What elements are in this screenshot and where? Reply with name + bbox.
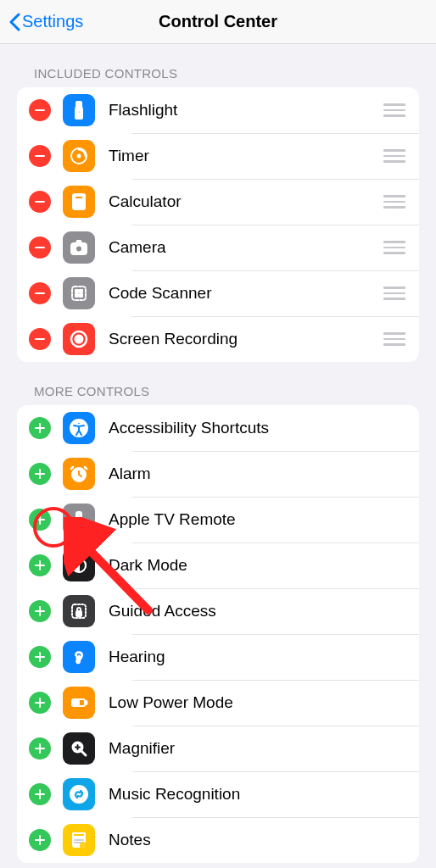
control-row: Camera xyxy=(17,225,419,270)
svg-rect-21 xyxy=(80,294,82,297)
control-row: Magnifier xyxy=(17,726,419,771)
svg-point-1 xyxy=(78,111,81,114)
control-label: Dark Mode xyxy=(109,556,409,575)
control-label: Low Power Mode xyxy=(109,693,409,712)
battery-icon xyxy=(63,687,95,719)
reorder-handle[interactable] xyxy=(383,149,409,163)
section-header-more: MORE CONTROLS xyxy=(0,362,436,405)
tvremote-icon xyxy=(63,504,95,536)
control-label: Guided Access xyxy=(109,602,409,620)
reorder-handle[interactable] xyxy=(383,241,409,254)
camera-icon xyxy=(63,231,95,264)
back-label: Settings xyxy=(22,12,83,31)
svg-rect-31 xyxy=(78,523,81,524)
magnifier-icon xyxy=(63,732,95,765)
lock-icon xyxy=(63,595,95,627)
ear-icon xyxy=(63,641,95,673)
svg-point-39 xyxy=(70,786,87,803)
remove-button[interactable] xyxy=(29,328,51,350)
more-controls-list: Accessibility ShortcutsAlarmApple TV Rem… xyxy=(17,405,419,863)
add-button[interactable] xyxy=(29,829,51,851)
svg-point-8 xyxy=(81,201,83,203)
svg-point-7 xyxy=(78,201,80,203)
svg-point-28 xyxy=(78,515,81,517)
svg-point-11 xyxy=(81,204,83,206)
remove-button[interactable] xyxy=(29,282,51,304)
control-row: Screen Recording xyxy=(17,316,419,362)
control-label: Flashlight xyxy=(109,101,383,120)
add-button[interactable] xyxy=(29,554,51,576)
timer-icon xyxy=(63,140,95,172)
add-button[interactable] xyxy=(29,646,51,668)
remove-button[interactable] xyxy=(29,236,51,259)
shazam-icon xyxy=(63,778,95,810)
reorder-handle[interactable] xyxy=(383,195,409,209)
svg-point-12 xyxy=(75,207,77,209)
svg-rect-18 xyxy=(75,290,78,292)
reorder-handle[interactable] xyxy=(383,103,409,117)
add-button[interactable] xyxy=(29,600,51,622)
chevron-left-icon xyxy=(8,13,20,31)
control-label: Alarm xyxy=(109,465,409,483)
control-row: Hearing xyxy=(17,634,419,680)
record-icon xyxy=(63,323,95,355)
svg-point-14 xyxy=(81,207,83,209)
remove-button[interactable] xyxy=(29,191,51,213)
control-row: Code Scanner xyxy=(17,270,419,316)
navbar: Settings Control Center xyxy=(0,0,436,44)
svg-point-13 xyxy=(78,207,80,209)
add-button[interactable] xyxy=(29,692,51,714)
section-header-included: INCLUDED CONTROLS xyxy=(0,44,436,87)
svg-point-10 xyxy=(78,204,80,206)
alarm-icon xyxy=(63,458,95,490)
control-label: Notes xyxy=(109,831,409,849)
accessibility-icon xyxy=(63,412,95,444)
control-label: Magnifier xyxy=(109,739,409,758)
control-label: Music Recognition xyxy=(109,785,409,804)
control-row: Accessibility Shortcuts xyxy=(17,405,419,451)
flashlight-icon xyxy=(63,94,95,126)
control-label: Timer xyxy=(109,147,383,165)
svg-point-16 xyxy=(75,246,82,253)
svg-rect-37 xyxy=(74,701,79,704)
control-row: Alarm xyxy=(17,451,419,497)
add-button[interactable] xyxy=(29,783,51,805)
control-label: Accessibility Shortcuts xyxy=(109,419,409,437)
remove-button[interactable] xyxy=(29,145,51,167)
control-label: Apple TV Remote xyxy=(109,510,409,529)
qrcode-icon xyxy=(63,277,95,309)
svg-rect-30 xyxy=(78,521,81,522)
svg-point-6 xyxy=(75,201,77,203)
reorder-handle[interactable] xyxy=(383,287,409,300)
add-button[interactable] xyxy=(29,463,51,485)
control-row: Calculator xyxy=(17,179,419,225)
control-row: Apple TV Remote xyxy=(17,497,419,542)
darkmode-icon xyxy=(63,549,95,581)
control-label: Screen Recording xyxy=(109,330,383,348)
svg-rect-5 xyxy=(75,196,83,199)
svg-rect-41 xyxy=(73,833,85,837)
remove-button[interactable] xyxy=(29,99,51,121)
control-row: Music Recognition xyxy=(17,771,419,817)
svg-point-23 xyxy=(75,336,83,343)
control-row: Timer xyxy=(17,133,419,179)
add-button[interactable] xyxy=(29,737,51,760)
svg-rect-19 xyxy=(80,290,82,292)
add-button[interactable] xyxy=(29,417,51,439)
svg-rect-36 xyxy=(86,701,87,704)
control-label: Code Scanner xyxy=(109,284,383,303)
page-title: Control Center xyxy=(159,12,277,31)
included-controls-list: FlashlightTimerCalculatorCameraCode Scan… xyxy=(17,87,419,362)
control-row: Guided Access xyxy=(17,588,419,634)
reorder-handle[interactable] xyxy=(383,332,409,346)
control-label: Camera xyxy=(109,238,383,257)
svg-point-9 xyxy=(75,204,77,206)
control-row: Notes xyxy=(17,817,419,863)
back-button[interactable]: Settings xyxy=(8,12,83,31)
svg-rect-29 xyxy=(78,519,81,520)
control-row: Dark Mode xyxy=(17,542,419,588)
control-label: Hearing xyxy=(109,648,409,666)
svg-rect-17 xyxy=(72,287,86,300)
svg-rect-20 xyxy=(75,294,78,297)
add-button[interactable] xyxy=(29,509,51,531)
